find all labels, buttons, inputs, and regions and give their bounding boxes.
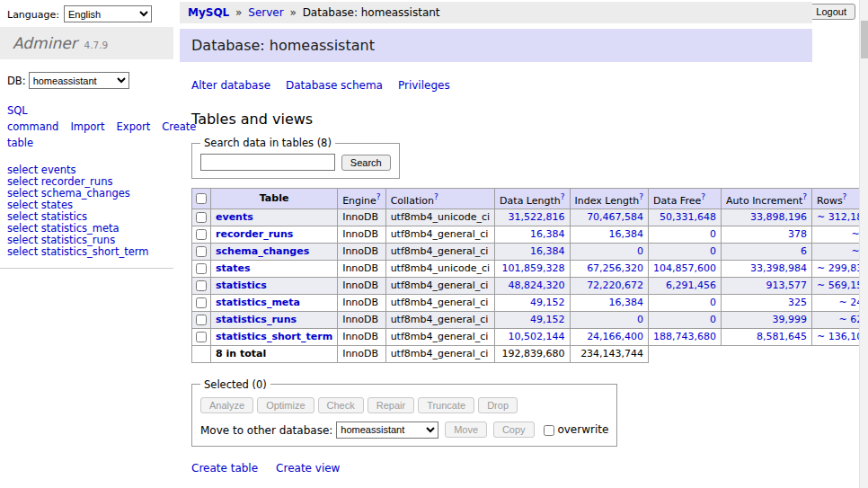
data-free-link[interactable]: 0 [710, 228, 716, 240]
table-name-link[interactable]: statistics_meta [216, 297, 300, 308]
copy-button[interactable]: Copy [493, 421, 535, 438]
sidebar-action-link[interactable]: Import [70, 120, 104, 133]
data-free-link[interactable]: 0 [710, 314, 716, 325]
auto-increment-link[interactable]: 913,577 [766, 279, 808, 291]
help-link[interactable]: ? [561, 192, 565, 201]
data-free-link[interactable]: 0 [710, 297, 716, 308]
bulk-action-button[interactable]: Analyze [200, 397, 253, 413]
breadcrumb-link-mysql[interactable]: MySQL [188, 6, 229, 19]
language-label: Language: [7, 9, 59, 21]
row-checkbox[interactable] [196, 263, 207, 274]
help-link[interactable]: ? [701, 192, 705, 201]
bulk-action-button[interactable]: Repair [368, 397, 414, 413]
column-header: Engine? [338, 189, 385, 209]
table-name-link[interactable]: events [216, 211, 253, 223]
column-header-label: Index Length [575, 194, 640, 206]
search-button[interactable]: Search [341, 155, 391, 171]
index-length-link[interactable]: 0 [637, 245, 643, 257]
language-select[interactable]: English [64, 5, 152, 22]
row-checkbox[interactable] [196, 212, 207, 223]
app-logo: Adminer 4.7.9 [0, 27, 173, 59]
data-free-link[interactable]: 6,291,456 [666, 279, 716, 291]
row-checkbox[interactable] [196, 315, 207, 325]
overwrite-checkbox[interactable] [544, 425, 554, 436]
data-free-link[interactable]: 104,857,600 [653, 262, 716, 274]
breadcrumb-link-server[interactable]: Server [248, 6, 283, 19]
index-length-link[interactable]: 24,166,400 [587, 331, 643, 342]
scrollbar-thumb[interactable] [861, 21, 868, 58]
table-name-link[interactable]: recorder_runs [216, 228, 293, 240]
table-name-link[interactable]: statistics_short_term [216, 331, 332, 342]
sidebar-action-link[interactable]: Export [117, 120, 151, 133]
row-checkbox[interactable] [196, 229, 207, 240]
sidebar-action-link[interactable]: SQL command [7, 104, 58, 133]
vertical-scrollbar[interactable] [859, 0, 868, 488]
select-all-checkbox[interactable] [196, 193, 207, 204]
move-button[interactable]: Move [445, 421, 487, 438]
bulk-action-button[interactable]: Check [318, 397, 364, 413]
data-length-link[interactable]: 10,502,144 [509, 331, 565, 342]
breadcrumb: MySQL » Server » Database: homeassistant [180, 2, 812, 23]
auto-increment-link[interactable]: 325 [788, 297, 807, 308]
help-link[interactable]: ? [843, 192, 847, 201]
column-header-label: Data Length [500, 194, 561, 206]
auto-increment-link[interactable]: 6 [801, 245, 807, 257]
cell-collation: utf8mb4_general_ci [385, 226, 494, 243]
auto-increment-link[interactable]: 33,398,984 [750, 262, 807, 274]
table-name-link[interactable]: schema_changes [216, 245, 309, 257]
index-length-link[interactable]: 67,256,320 [587, 262, 643, 274]
create-link[interactable]: Create view [276, 462, 340, 475]
row-checkbox[interactable] [196, 280, 207, 291]
data-length-link[interactable]: 16,384 [530, 245, 565, 257]
search-input[interactable] [200, 154, 335, 171]
data-length-link[interactable]: 49,152 [530, 314, 565, 325]
move-db-select[interactable]: homeassistant [336, 421, 438, 439]
auto-increment-link[interactable]: 378 [788, 228, 807, 240]
cell-engine: InnoDB [338, 243, 385, 260]
auto-increment-link[interactable]: 8,581,645 [757, 331, 807, 342]
sidebar-table-link[interactable]: select statistics_short_term [7, 246, 166, 258]
row-checkbox[interactable] [196, 246, 207, 257]
sidebar-separator [0, 268, 173, 269]
index-length-link[interactable]: 0 [637, 314, 643, 325]
index-length-link[interactable]: 16,384 [609, 228, 644, 240]
data-free-link[interactable]: 188,743,680 [653, 331, 716, 342]
cell-engine: InnoDB [338, 277, 385, 294]
column-header-label: Collation [391, 194, 434, 206]
help-link[interactable]: ? [639, 192, 643, 201]
column-header: Data Length? [495, 189, 570, 209]
bulk-action-button[interactable]: Drop [478, 397, 518, 413]
auto-increment-link[interactable]: 33,898,196 [750, 211, 807, 223]
data-length-link[interactable]: 49,152 [530, 297, 565, 308]
data-length-link[interactable]: 31,522,816 [509, 211, 565, 223]
bulk-action-button[interactable]: Optimize [257, 397, 314, 413]
logout-button[interactable]: Logout [807, 4, 855, 20]
table-name-link[interactable]: states [216, 262, 251, 274]
tables-heading: Tables and views [191, 111, 812, 128]
auto-increment-link[interactable]: 39,999 [773, 314, 808, 325]
data-free-link[interactable]: 0 [710, 245, 716, 257]
row-checkbox[interactable] [196, 332, 207, 342]
row-checkbox[interactable] [196, 297, 207, 308]
table-name-link[interactable]: statistics [216, 279, 267, 291]
index-length-link[interactable]: 72,220,672 [587, 279, 643, 291]
database-action-link[interactable]: Database schema [286, 79, 383, 92]
help-link[interactable]: ? [434, 192, 438, 201]
index-length-link[interactable]: 16,384 [609, 297, 644, 308]
create-link[interactable]: Create table [191, 462, 258, 475]
data-length-link[interactable]: 16,384 [530, 228, 565, 240]
help-link[interactable]: ? [376, 192, 381, 201]
sidebar-table-link[interactable]: select statistics_runs [7, 235, 166, 246]
table-name-link[interactable]: statistics_runs [216, 314, 297, 325]
database-action-link[interactable]: Alter database [191, 79, 270, 92]
database-action-link[interactable]: Privileges [398, 79, 450, 92]
selected-fieldset: Selected (0) AnalyzeOptimizeCheckRepairT… [191, 378, 617, 447]
index-length-link[interactable]: 70,467,584 [587, 211, 643, 223]
db-select[interactable]: homeassistant [29, 72, 129, 89]
data-length-link[interactable]: 101,859,328 [502, 262, 565, 274]
data-free-link[interactable]: 50,331,648 [660, 211, 716, 223]
help-link[interactable]: ? [802, 192, 807, 201]
data-length-link[interactable]: 48,824,320 [509, 279, 565, 291]
sidebar-table-link[interactable]: select statistics_meta [7, 223, 166, 235]
bulk-action-button[interactable]: Truncate [418, 397, 474, 413]
